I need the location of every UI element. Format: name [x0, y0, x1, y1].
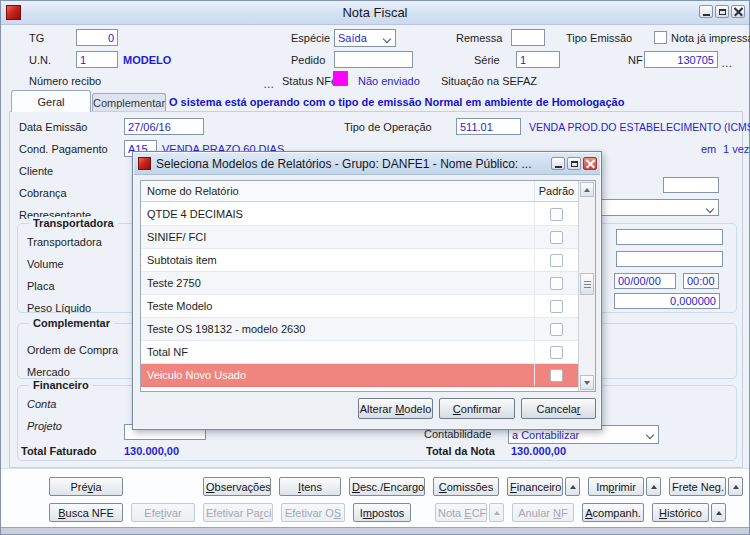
especie-label: Espécie: [291, 32, 330, 44]
report-row[interactable]: Teste Modelo: [141, 295, 578, 318]
tab-complementar[interactable]: Complementar: [92, 93, 166, 112]
scroll-down-button[interactable]: [580, 375, 594, 390]
action-acompanh-button[interactable]: Acompanh.: [582, 503, 644, 522]
padrao-checkbox[interactable]: [550, 369, 563, 382]
minimize-icon: [703, 14, 710, 16]
padrao-checkbox[interactable]: [550, 231, 563, 244]
action-anular-nf-button: Anular NF: [512, 503, 574, 522]
cliente-extra-field[interactable]: [663, 177, 719, 193]
action-imprimir-button[interactable]: Imprimir: [588, 477, 644, 496]
report-row[interactable]: SINIEF/ FCI: [141, 226, 578, 249]
maximize-button[interactable]: [715, 5, 729, 18]
transportadora-label: Transportadora: [27, 236, 102, 248]
transporte-time-field[interactable]: 00:00: [683, 273, 719, 289]
dialog-maximize-button[interactable]: [567, 157, 581, 170]
transporte-date-field[interactable]: 00/00/00: [614, 273, 676, 289]
peso-liquido-field[interactable]: 0,000000: [614, 293, 720, 309]
report-row[interactable]: Total NF: [141, 341, 578, 364]
dialog-app-icon: [138, 157, 151, 170]
pedido-field[interactable]: [334, 51, 413, 68]
action-hist-rico-button[interactable]: Histórico: [652, 503, 709, 522]
dialog-close-button[interactable]: [583, 157, 597, 170]
un-field[interactable]: 1: [76, 51, 118, 68]
ordem-compra-label: Ordem de Compra: [27, 344, 118, 356]
report-table-body: QTDE 4 DECIMAISSINIEF/ FCISubtotais item…: [141, 203, 578, 391]
transporte-field-1[interactable]: [616, 229, 723, 245]
scroll-up-button[interactable]: [580, 182, 594, 197]
numero-recibo-label: Número recibo: [29, 75, 101, 87]
action-financeiro-button[interactable]: Financeiro: [507, 477, 563, 496]
scroll-thumb[interactable]: [580, 273, 594, 295]
serie-label: Série: [474, 54, 500, 66]
tipo-operacao-desc: VENDA PROD.DO ESTABELECIMENTO (ICMS 17%): [529, 121, 750, 133]
chevron-down-icon: [646, 431, 654, 439]
serie-field[interactable]: 1: [516, 51, 560, 68]
transportadora-group-title: Transportadora: [29, 217, 118, 229]
action-itens-button[interactable]: Itens: [279, 477, 341, 496]
un-desc: MODELO: [123, 54, 171, 66]
chevron-down-icon: [706, 205, 714, 213]
action-frete-neg-arrow-button[interactable]: [728, 477, 743, 496]
total-nota-label: Total da Nota: [426, 445, 495, 457]
report-name: Teste OS 198132 - modelo 2630: [141, 323, 534, 335]
action-frete-neg-button[interactable]: Frete Neg.: [669, 477, 726, 496]
arrow-up-icon: [570, 485, 576, 489]
data-emissao-label: Data Emissão: [19, 121, 87, 133]
status-lookup-button[interactable]: ...: [264, 80, 275, 90]
cond-pagamento-label: Cond. Pagamento: [19, 143, 108, 155]
arrow-down-icon: [584, 381, 590, 385]
action-row-2: Busca NFEEfetivarEfetivar ParcialEfetiva…: [49, 503, 734, 522]
action-desc-encargos-button[interactable]: Desc./Encargos: [349, 477, 425, 496]
dialog-cancelar-button[interactable]: Cancelar: [521, 398, 596, 419]
action-observa-es-button[interactable]: Observações: [203, 477, 271, 496]
tg-field[interactable]: 0: [76, 29, 118, 46]
nf-field[interactable]: 130705: [644, 51, 718, 68]
tipo-operacao-label: Tipo de Operação: [344, 121, 432, 133]
padrao-checkbox[interactable]: [550, 277, 563, 290]
action-row-1: PréviaObservaçõesItensDesc./EncargosComi…: [49, 477, 750, 496]
tipo-emissao-label: Tipo Emissão: [566, 32, 632, 44]
tipo-operacao-field[interactable]: 511.01: [456, 118, 521, 135]
remessa-field[interactable]: [511, 29, 545, 46]
action-busca-nfe-button[interactable]: Busca NFE: [49, 503, 123, 522]
report-row[interactable]: Teste OS 198132 - modelo 2630: [141, 318, 578, 341]
report-row[interactable]: QTDE 4 DECIMAIS: [141, 203, 578, 226]
dialog-confirmar-button[interactable]: Confirmar: [439, 398, 515, 419]
dialog-minimize-button[interactable]: [551, 157, 565, 170]
padrao-checkbox[interactable]: [550, 300, 563, 313]
close-button[interactable]: [731, 5, 745, 18]
report-row[interactable]: Subtotais item: [141, 249, 578, 272]
transporte-field-2[interactable]: [616, 251, 723, 267]
report-name: Veiculo Novo Usado: [141, 369, 534, 381]
dialog-alterar-modelo-button[interactable]: Alterar Modelo: [358, 398, 433, 419]
action-financeiro-arrow-button[interactable]: [565, 477, 580, 496]
nf-lookup-button[interactable]: ...: [722, 59, 733, 69]
especie-select[interactable]: Saída: [334, 29, 396, 47]
action-pr-via-button[interactable]: Prévia: [49, 477, 123, 496]
padrao-checkbox[interactable]: [550, 208, 563, 221]
col-nome-header[interactable]: Nome do Relatório: [141, 185, 534, 197]
report-row[interactable]: Teste 2750: [141, 272, 578, 295]
col-padrao-header[interactable]: Padrão: [534, 181, 578, 201]
action-hist-rico-arrow-button[interactable]: [711, 503, 726, 522]
minimize-button[interactable]: [699, 5, 713, 18]
action-imprimir-arrow-button[interactable]: [646, 477, 661, 496]
seleciona-modelos-dialog: Seleciona Modelos de Relatórios - Grupo:…: [132, 151, 602, 430]
padrao-checkbox[interactable]: [550, 346, 563, 359]
report-name: Teste 2750: [141, 277, 534, 289]
action-comiss-es-button[interactable]: Comissões: [433, 477, 499, 496]
table-scrollbar[interactable]: [578, 181, 595, 391]
data-emissao-field[interactable]: 27/06/16: [124, 118, 204, 135]
dialog-title: Seleciona Modelos de Relatórios - Grupo:…: [156, 157, 551, 171]
total-nota-value: 130.000,00: [511, 445, 566, 457]
nota-impressa-checkbox[interactable]: [654, 31, 667, 44]
action-impostos-button[interactable]: Impostos: [353, 503, 411, 522]
tab-geral[interactable]: Geral: [11, 90, 91, 112]
report-row[interactable]: Veiculo Novo Usado: [141, 364, 578, 387]
arrow-up-icon: [651, 485, 657, 489]
projeto-label: Projeto: [27, 420, 62, 432]
placa-label: Placa: [27, 280, 55, 292]
padrao-checkbox[interactable]: [550, 254, 563, 267]
report-name: Total NF: [141, 346, 534, 358]
padrao-checkbox[interactable]: [550, 323, 563, 336]
